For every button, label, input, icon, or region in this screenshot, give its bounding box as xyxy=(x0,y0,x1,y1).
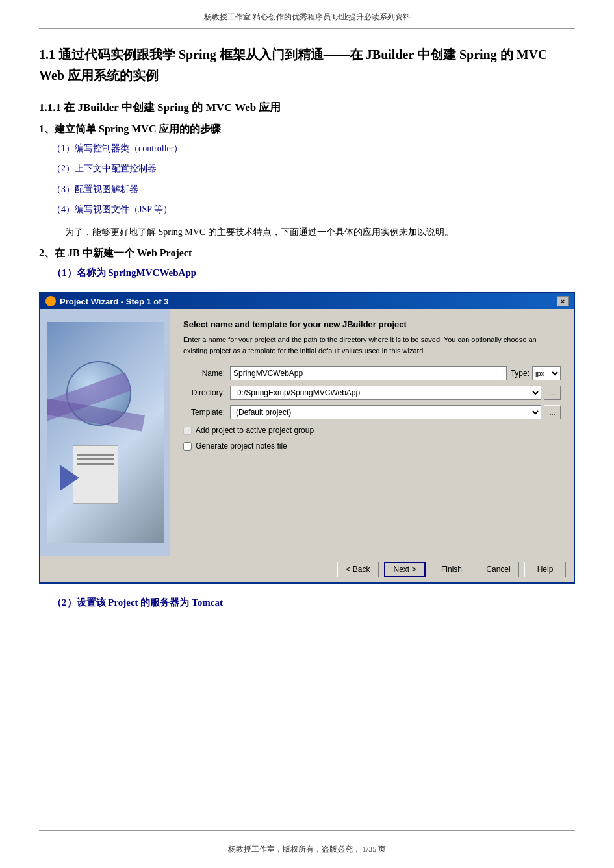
illus-doc-line xyxy=(77,458,114,460)
template-dropdown-group: (Default project) ... xyxy=(230,405,561,419)
type-dropdown[interactable]: jpx xyxy=(532,366,561,380)
checkbox-row-1: Add project to active project group xyxy=(183,426,561,435)
template-browse-button[interactable]: ... xyxy=(544,405,561,419)
page-footer: 杨教授工作室，版权所有，盗版必究， 1/35 页 xyxy=(39,830,575,862)
type-group: Type: jpx xyxy=(511,366,561,380)
form-row-directory: Directory: D:/SpringExmp/SpringMVCWebApp… xyxy=(183,386,561,400)
wizard-heading: Select name and template for your new JB… xyxy=(183,319,561,329)
finish-button[interactable]: Finish xyxy=(431,562,472,577)
illus-arrow xyxy=(60,465,79,491)
cancel-button[interactable]: Cancel xyxy=(478,562,519,577)
steps-title: 1、建立简单 Spring MVC 应用的的步骤 xyxy=(39,123,575,136)
step-item-2: （2）上下文中配置控制器 xyxy=(52,160,575,177)
paragraph-1: 为了，能够更好地了解 Spring MVC 的主要技术特点，下面通过一个具体的应… xyxy=(65,224,575,240)
section-2-title: 2、在 JB 中新建一个 Web Project xyxy=(39,247,575,260)
illus-doc-lines xyxy=(73,446,118,473)
help-button[interactable]: Help xyxy=(524,562,566,577)
form-row-template: Template: (Default project) ... xyxy=(183,405,561,419)
dialog-title-text: Project Wizard - Step 1 of 3 xyxy=(60,297,168,306)
type-label: Type: xyxy=(511,369,530,378)
step-item-4: （4）编写视图文件（JSP 等） xyxy=(52,201,575,217)
generate-notes-label: Generate project notes file xyxy=(196,441,287,451)
header-text: 杨教授工作室 精心创作的优秀程序员 职业提升必读系列资料 xyxy=(204,12,411,21)
dialog-body: Select name and template for your new JB… xyxy=(40,309,574,556)
template-dropdown[interactable]: (Default project) xyxy=(230,405,541,419)
illus-doc xyxy=(73,445,118,504)
template-label: Template: xyxy=(183,408,230,417)
section-2-1-title: （1）名称为 SpringMVCWebApp xyxy=(52,267,575,279)
generate-notes-checkbox[interactable] xyxy=(183,442,192,451)
illus-doc-line xyxy=(77,454,114,456)
dialog-left-panel xyxy=(40,309,170,556)
add-project-label: Add project to active project group xyxy=(196,426,314,435)
add-project-checkbox[interactable] xyxy=(183,427,192,435)
dialog-titlebar: Project Wizard - Step 1 of 3 × xyxy=(40,293,574,309)
section-1-title: 1.1 通过代码实例跟我学 Spring 框架从入门到精通——在 JBuilde… xyxy=(39,44,575,86)
page-header: 杨教授工作室 精心创作的优秀程序员 职业提升必读系列资料 xyxy=(39,0,575,29)
name-label: Name: xyxy=(183,369,230,378)
directory-dropdown-group: D:/SpringExmp/SpringMVCWebApp ... xyxy=(230,386,561,400)
step-item-3: （3）配置视图解析器 xyxy=(52,181,575,197)
dialog-title-left: Project Wizard - Step 1 of 3 xyxy=(45,296,168,306)
directory-browse-button[interactable]: ... xyxy=(544,386,561,400)
illus-doc-line xyxy=(77,463,114,465)
step-item-1: （1）编写控制器类（controller） xyxy=(52,140,575,156)
dialog-right-panel: Select name and template for your new JB… xyxy=(170,309,574,556)
form-row-name: Name: Type: jpx xyxy=(183,366,561,380)
wizard-description: Enter a name for your project and the pa… xyxy=(183,334,561,356)
project-wizard-dialog: Project Wizard - Step 1 of 3 × xyxy=(39,292,575,584)
directory-dropdown[interactable]: D:/SpringExmp/SpringMVCWebApp xyxy=(230,386,541,400)
section-3-title: （2）设置该 Project 的服务器为 Tomcat xyxy=(52,597,575,609)
dialog-title-icon xyxy=(45,296,56,306)
next-button[interactable]: Next > xyxy=(384,562,426,577)
dialog-footer: < Back Next > Finish Cancel Help xyxy=(40,556,574,582)
footer-text: 杨教授工作室，版权所有，盗版必究， 1/35 页 xyxy=(228,845,386,854)
dialog-close-button[interactable]: × xyxy=(557,296,569,306)
back-button[interactable]: < Back xyxy=(337,562,379,577)
checkbox-row-2: Generate project notes file xyxy=(183,441,561,451)
name-input[interactable] xyxy=(230,366,507,380)
section-1-1-title: 1.1.1 在 JBuilder 中创建 Spring 的 MVC Web 应用 xyxy=(39,99,575,116)
directory-label: Directory: xyxy=(183,388,230,397)
dialog-illustration xyxy=(47,322,164,543)
